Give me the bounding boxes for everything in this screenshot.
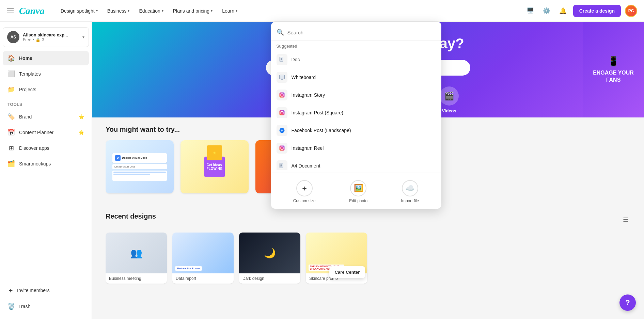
import-file-action[interactable]: ☁️ Import file [401,180,419,203]
recent-design-2[interactable]: Unlock the Power Data report [172,233,234,284]
search-item-doc[interactable]: Doc [271,51,441,68]
menu-item-education[interactable]: Education ▾ [135,5,167,16]
sidebar-item-content-planner[interactable]: 📅 Content Planner ⭐ [3,125,89,140]
user-avatar[interactable]: PC [625,5,637,17]
search-item-instagram-story-label: Instagram Story [292,92,325,98]
trash-icon: 🗑️ [7,303,15,310]
brand-icon: 🏷️ [7,113,15,121]
search-item-a4-label: A4 Document [292,163,320,169]
sidebar-item-label: Home [19,55,32,61]
recent-thumb-3: 🌙 [239,233,300,273]
account-name: Alison skincare exp... [23,32,79,37]
account-switcher[interactable]: AS Alison skincare exp... Free • 🔒 3 ▾ [3,27,89,47]
trash-button[interactable]: 🗑️ Trash [3,299,89,314]
search-item-instagram-square[interactable]: Instagram Post (Square) [271,104,441,122]
sidebar-item-projects[interactable]: 📁 Projects [3,82,89,97]
svg-rect-4 [279,75,284,79]
recent-thumb-1: 👥 [106,233,167,273]
hero-right-text: ENGAGE YOUR FANS [588,69,639,84]
svg-point-12 [283,111,283,112]
recent-designs-title: Recent designs [106,212,156,220]
recent-designs-row: 👥 Business meeting Unlock the Power Data… [106,233,630,286]
recent-thumb-2: Unlock the Power [172,233,234,273]
projects-icon: 📁 [7,86,15,93]
custom-size-action[interactable]: ＋ Custom size [293,180,316,203]
recent-designs-section: Recent designs ☰ 👥 Business meeting Unlo… [92,204,644,294]
sidebar-item-smartmockups[interactable]: 🗂️ Smartmockups [3,157,89,171]
logo[interactable]: Canva [19,5,50,16]
search-dropdown: 🔍 Suggested Doc Whiteboard Instagram Sto… [271,22,441,209]
edit-photo-action[interactable]: 🖼️ Edit photo [349,180,367,203]
notifications-icon[interactable]: 🔔 [557,5,569,17]
tools-section-label: Tools [3,98,89,108]
search-item-whiteboard[interactable]: Whiteboard [271,68,441,86]
card-whiteboard[interactable]: Get ideasFLOWING ⭐ Whiteboard [180,140,249,193]
menu-item-learn[interactable]: Learn ▾ [218,5,241,16]
topnav-right: 🖥️ ⚙️ 🔔 Create a design PC [524,5,637,17]
doc-icon [277,54,287,65]
svg-rect-7 [279,93,284,98]
top-navigation: Canva Design spotlight ▾ Business ▾ Educ… [0,0,644,22]
svg-rect-14 [279,146,284,151]
menu-item-design-spotlight[interactable]: Design spotlight ▾ [57,5,102,16]
search-dropdown-header: 🔍 [271,26,441,41]
search-item-a4[interactable]: A4 Document [271,157,441,170]
search-dropdown-actions: ＋ Custom size 🖼️ Edit photo ☁️ Import fi… [271,176,441,205]
list-view-button[interactable]: ☰ [621,215,630,225]
sidebar-item-discover-apps[interactable]: ⊞ Discover apps [3,141,89,155]
care-center-toast: Care Center [329,266,365,278]
sidebar-item-label: Content Planner [19,130,53,135]
search-item-instagram-square-label: Instagram Post (Square) [292,110,344,115]
a4-icon [277,160,287,170]
sidebar-item-label: Brand [19,114,32,119]
menu-item-business[interactable]: Business ▾ [103,5,134,16]
search-item-instagram-story[interactable]: Instagram Story [271,86,441,104]
recent-design-3[interactable]: 🌙 Dark design [239,233,300,284]
edit-photo-icon: 🖼️ [350,180,366,196]
invite-members-label: Invite members [17,288,50,293]
settings-icon[interactable]: ⚙️ [540,5,553,17]
custom-size-label: Custom size [293,198,316,203]
search-item-instagram-reel[interactable]: Instagram Reel [271,139,441,157]
svg-rect-10 [279,110,284,115]
search-item-whiteboard-label: Whiteboard [292,75,316,80]
account-info: Alison skincare exp... Free • 🔒 3 [23,32,79,42]
search-dropdown-input[interactable] [287,30,436,35]
account-plan: Free • 🔒 3 [23,37,79,42]
recent-card-label-2: Data report [172,273,234,284]
recent-header-controls: ☰ [621,215,630,225]
edit-photo-label: Edit photo [349,198,367,203]
svg-point-16 [283,147,283,147]
videos-icon: 🎬 [440,86,459,106]
trash-label: Trash [18,304,30,309]
recent-card-label-3: Dark design [239,273,300,284]
discover-apps-icon: ⊞ [7,144,15,152]
sidebar-item-home[interactable]: 🏠 Home [3,51,89,65]
sidebar-item-label: Smartmockups [19,161,51,166]
hero-right-promo[interactable]: 📱 ENGAGE YOUR FANS [583,22,644,117]
help-button[interactable]: ? [619,294,636,311]
top-menu: Design spotlight ▾ Business ▾ Education … [57,5,521,16]
monitor-icon[interactable]: 🖥️ [524,5,536,17]
sidebar-item-label: Templates [19,71,41,77]
instagram-square-icon [277,107,287,118]
hamburger-menu[interactable] [7,9,14,13]
facebook-post-icon [277,125,287,136]
smartmockups-icon: 🗂️ [7,160,15,168]
sidebar-item-templates[interactable]: ⬜ Templates [3,67,89,81]
create-design-button[interactable]: Create a design [573,5,621,17]
search-dropdown-scroll: Suggested Doc Whiteboard Instagram Story [271,41,441,170]
search-dropdown-search-icon: 🔍 [277,29,284,36]
instagram-reel-icon [277,143,287,154]
sidebar-item-brand[interactable]: 🏷️ Brand ⭐ [3,110,89,124]
sidebar: AS Alison skincare exp... Free • 🔒 3 ▾ 🏠… [0,22,92,319]
card-doc[interactable]: D Design Visual Docs Design Visual Docs … [106,140,174,193]
videos-label: Videos [442,108,456,113]
sidebar-item-label: Projects [19,87,36,92]
search-item-facebook-post[interactable]: Facebook Post (Landscape) [271,122,441,139]
invite-members-button[interactable]: ＋ Invite members [3,283,89,298]
recent-design-1[interactable]: 👥 Business meeting [106,233,167,284]
menu-item-plans-pricing[interactable]: Plans and pricing ▾ [169,5,217,16]
hero-category-videos[interactable]: 🎬 Videos [440,86,459,113]
search-item-doc-label: Doc [292,57,300,62]
